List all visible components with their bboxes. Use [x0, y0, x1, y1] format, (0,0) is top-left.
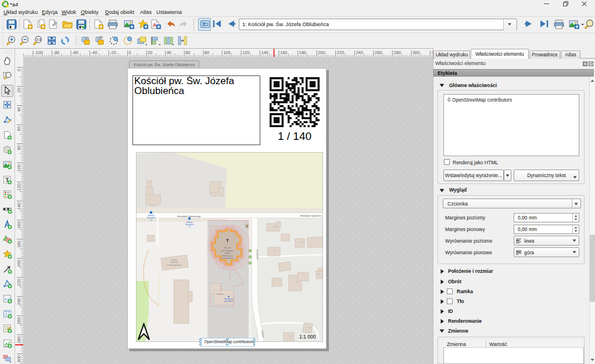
svg-text:1-1a: 1-1a	[317, 273, 320, 275]
svg-text:72: 72	[150, 219, 152, 221]
svg-text:80: 80	[16, 145, 21, 150]
svg-text:240: 240	[16, 298, 21, 305]
svg-text:100: 100	[223, 50, 231, 55]
svg-text:200: 200	[318, 50, 325, 55]
svg-text:Stajnia: Stajnia	[171, 259, 177, 261]
svg-text:0: 0	[16, 69, 21, 71]
svg-text:300: 300	[413, 50, 420, 55]
svg-text:pw. Świętego: pw. Świętego	[221, 249, 233, 252]
svg-text:71: 71	[188, 226, 191, 228]
svg-text:1:1: 1:1	[36, 38, 41, 41]
svg-text:Oblubieńca: Oblubieńca	[222, 255, 232, 257]
svg-text:220: 220	[337, 50, 345, 55]
svg-text:20: 20	[148, 50, 152, 55]
svg-text:0: 0	[129, 50, 131, 55]
svg-text:-20: -20	[110, 50, 116, 55]
svg-text:-80: -80	[53, 50, 59, 55]
svg-text:180: 180	[16, 241, 21, 248]
svg-text:300: 300	[16, 355, 21, 363]
svg-text:20: 20	[16, 88, 21, 92]
svg-text:140: 140	[261, 50, 268, 55]
svg-text:100: 100	[16, 164, 21, 172]
svg-text:Dworska: Dworska	[170, 261, 178, 264]
svg-text:160: 160	[280, 50, 288, 55]
svg-text:60: 60	[16, 126, 21, 131]
svg-text:A: A	[153, 22, 157, 28]
svg-text:1-1a: 1-1a	[300, 241, 303, 243]
svg-text:220: 220	[16, 279, 21, 286]
svg-text:Kościół: Kościół	[224, 247, 231, 249]
svg-text:40: 40	[167, 50, 171, 55]
svg-text:-60: -60	[72, 50, 78, 55]
svg-text:Benedykta Dybowskie: Benedykta Dybowskie	[300, 215, 321, 217]
svg-text:parafialna: parafialna	[224, 300, 233, 302]
svg-text:w Rozwadowie: w Rozwadowie	[220, 257, 234, 260]
svg-text:140: 140	[16, 203, 21, 210]
svg-text:260: 260	[16, 317, 21, 325]
svg-text:120: 120	[242, 50, 250, 55]
svg-text:Benedykta Dybowskiego: Benedykta Dybowskiego	[177, 215, 200, 218]
svg-text:1-1a: 1-1a	[273, 250, 277, 252]
svg-text:Pysznica: Pysznica	[256, 250, 259, 260]
svg-text:120: 120	[16, 183, 21, 191]
svg-text:240: 240	[356, 50, 363, 55]
svg-text:160: 160	[16, 222, 21, 229]
svg-text:-40: -40	[91, 50, 98, 55]
svg-text:w Rozwadowach: w Rozwadowach	[167, 264, 182, 266]
svg-text:280: 280	[16, 336, 21, 344]
svg-text:60: 60	[185, 50, 190, 55]
svg-text:180: 180	[299, 50, 307, 55]
svg-text:-100: -100	[34, 50, 43, 55]
svg-text:1-1a: 1-1a	[308, 326, 311, 329]
svg-text:200: 200	[16, 260, 21, 268]
svg-text:80: 80	[205, 50, 209, 55]
svg-text:280: 280	[393, 50, 401, 55]
svg-text:Plebania: Plebania	[216, 293, 224, 295]
svg-text:1-1a: 1-1a	[295, 281, 298, 283]
svg-text:1-1a: 1-1a	[289, 335, 292, 337]
svg-text:260: 260	[375, 50, 382, 55]
svg-text:1-1a: 1-1a	[273, 226, 277, 228]
svg-text:40: 40	[16, 107, 21, 111]
svg-text:Józefa: Józefa	[224, 252, 231, 254]
